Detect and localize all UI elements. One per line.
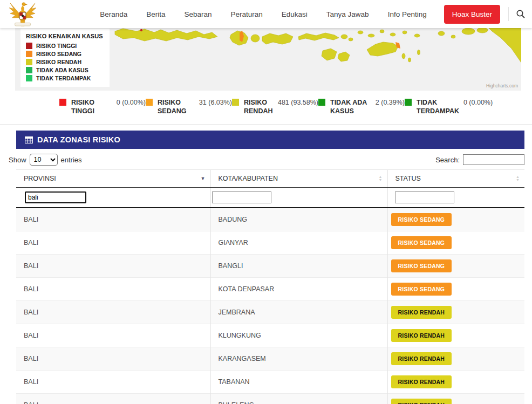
map-legend-item: RISIKO SEDANG bbox=[26, 51, 103, 57]
section-title: DATA ZONASI RISIKO bbox=[37, 135, 120, 144]
status-badge: RISIKO SEDANG bbox=[391, 236, 452, 249]
nav-item-beranda[interactable]: Beranda bbox=[100, 10, 127, 18]
zonasi-table: PROVINSI▼KOTA/KABUPATEN▲▼STATUS▲▼ BALIBA… bbox=[16, 169, 524, 404]
stat-label: TIDAK ADA KASUS bbox=[330, 98, 371, 115]
status-badge: RISIKO RENDAH bbox=[391, 375, 452, 388]
stat-value: 2 (0.39%) bbox=[376, 98, 405, 107]
stat-label: TIDAK TERDAMPAK bbox=[417, 98, 459, 115]
cell-kota: KOTA DENPASAR bbox=[210, 278, 387, 301]
table-search: Search: bbox=[435, 154, 524, 165]
cell-provinsi: BALI bbox=[16, 324, 210, 347]
cell-status: RISIKO SEDANG bbox=[387, 255, 524, 278]
map-legend-item: RISIKO TINGGI bbox=[26, 43, 103, 49]
nav-item-berita[interactable]: Berita bbox=[146, 10, 165, 18]
column-header-kota-kabupaten[interactable]: KOTA/KABUPATEN▲▼ bbox=[210, 170, 387, 188]
stat-swatch bbox=[146, 99, 153, 106]
legend-swatch bbox=[26, 67, 32, 73]
zone-stat-risiko-rendah: RISIKO RENDAH481 (93.58%) bbox=[232, 98, 318, 115]
garuda-pancasila-logo bbox=[8, 1, 38, 28]
filter-cell-kota-kabupaten bbox=[210, 188, 387, 208]
status-badge: RISIKO RENDAH bbox=[391, 399, 452, 404]
zone-stat-tidak-ada-kasus: TIDAK ADA KASUS2 (0.39%) bbox=[318, 98, 405, 115]
column-label: PROVINSI bbox=[24, 175, 56, 182]
column-header-provinsi[interactable]: PROVINSI▼ bbox=[16, 170, 210, 188]
status-badge: RISIKO SEDANG bbox=[391, 213, 452, 226]
nav-item-peraturan[interactable]: Peraturan bbox=[231, 10, 263, 18]
cell-kota: GIANYAR bbox=[210, 231, 387, 255]
top-nav: BerandaBeritaSebaranPeraturanEdukasiTany… bbox=[0, 0, 532, 28]
section-divider bbox=[0, 124, 532, 125]
map-legend-item: TIDAK ADA KASUS bbox=[26, 67, 103, 73]
filter-input-status[interactable] bbox=[395, 191, 454, 203]
stat-swatch bbox=[232, 99, 239, 106]
cell-status: RISIKO SEDANG bbox=[387, 231, 524, 255]
nav-item-sebaran[interactable]: Sebaran bbox=[184, 10, 212, 18]
cell-provinsi: BALI bbox=[16, 301, 210, 324]
table-row: BALIKOTA DENPASARRISIKO SEDANG bbox=[16, 278, 524, 301]
show-label: Show bbox=[9, 156, 26, 164]
table-row: BALIKLUNGKUNGRISIKO RENDAH bbox=[16, 324, 524, 347]
cell-kota: KLUNGKUNG bbox=[210, 324, 387, 347]
cell-provinsi: BALI bbox=[16, 278, 210, 301]
main-menu: BerandaBeritaSebaranPeraturanEdukasiTany… bbox=[100, 10, 427, 18]
filter-input-provinsi[interactable] bbox=[25, 191, 86, 203]
table-row: BALITABANANRISIKO RENDAH bbox=[16, 371, 524, 394]
search-icon[interactable] bbox=[516, 9, 526, 19]
table-filter-row bbox=[16, 188, 524, 208]
cell-status: RISIKO RENDAH bbox=[387, 371, 524, 394]
cell-status: RISIKO RENDAH bbox=[387, 347, 524, 371]
zone-stat-tidak-terdampak: TIDAK TERDAMPAK0 (0.00%) bbox=[405, 98, 491, 115]
nav-item-edukasi[interactable]: Edukasi bbox=[282, 10, 308, 18]
table-search-input[interactable] bbox=[463, 154, 524, 165]
map-legend-item: RISIKO RENDAH bbox=[26, 59, 103, 65]
cell-kota: JEMBRANA bbox=[210, 301, 387, 324]
zone-statistics: RISIKO TINGGI0 (0.00%)RISIKO SEDANG31 (6… bbox=[0, 91, 532, 121]
legend-item-label: RISIKO SEDANG bbox=[36, 51, 81, 57]
stat-label: RISIKO SEDANG bbox=[158, 98, 195, 115]
pancasila-shield bbox=[19, 12, 26, 19]
legend-item-label: TIDAK TERDAMPAK bbox=[36, 75, 91, 81]
map-legend-title: RISIKO KENAIKAN KASUS bbox=[26, 33, 103, 39]
legend-item-label: RISIKO TINGGI bbox=[36, 43, 77, 49]
sort-desc-icon: ▼ bbox=[201, 176, 206, 181]
filter-cell-provinsi bbox=[16, 188, 210, 208]
page-size-select[interactable]: 10 bbox=[30, 154, 58, 166]
column-header-status[interactable]: STATUS▲▼ bbox=[387, 170, 524, 188]
sort-icon: ▲▼ bbox=[516, 175, 520, 182]
legend-item-label: TIDAK ADA KASUS bbox=[36, 67, 88, 73]
hoax-buster-button[interactable]: Hoax Buster bbox=[444, 5, 500, 24]
cell-kota: TABANAN bbox=[210, 371, 387, 394]
filter-input-kota-kabupaten[interactable] bbox=[212, 191, 271, 203]
cell-provinsi: BALI bbox=[16, 371, 210, 394]
nav-divider bbox=[508, 7, 509, 21]
legend-swatch bbox=[26, 59, 32, 65]
sort-icon: ▲▼ bbox=[379, 175, 383, 182]
table-row: BALIBADUNGRISIKO SEDANG bbox=[16, 208, 524, 231]
map-legend-item: TIDAK TERDAMPAK bbox=[26, 75, 103, 81]
column-label: STATUS bbox=[395, 175, 421, 182]
cell-kota: BULELENG bbox=[210, 394, 387, 404]
status-badge: RISIKO SEDANG bbox=[391, 283, 452, 296]
cell-provinsi: BALI bbox=[16, 208, 210, 231]
status-badge: RISIKO RENDAH bbox=[391, 352, 452, 365]
cell-kota: BANGLI bbox=[210, 255, 387, 278]
cell-provinsi: BALI bbox=[16, 231, 210, 255]
stat-swatch bbox=[405, 99, 412, 106]
search-label: Search: bbox=[435, 156, 460, 164]
cell-status: RISIKO RENDAH bbox=[387, 324, 524, 347]
legend-swatch bbox=[26, 51, 32, 57]
cell-status: RISIKO RENDAH bbox=[387, 394, 524, 404]
legend-item-label: RISIKO RENDAH bbox=[36, 59, 81, 65]
stat-swatch bbox=[59, 99, 66, 106]
table-row: BALIGIANYARRISIKO SEDANG bbox=[16, 231, 524, 255]
table-row: BALIBANGLIRISIKO SEDANG bbox=[16, 255, 524, 278]
stat-swatch bbox=[318, 99, 325, 106]
table-row: BALIJEMBRANARISIKO RENDAH bbox=[16, 301, 524, 324]
cell-provinsi: BALI bbox=[16, 394, 210, 404]
highcharts-credit[interactable]: Highcharts.com bbox=[486, 83, 518, 88]
nav-item-info-penting[interactable]: Info Penting bbox=[388, 10, 427, 18]
nav-item-tanya-jawab[interactable]: Tanya Jawab bbox=[326, 10, 369, 18]
cell-provinsi: BALI bbox=[16, 255, 210, 278]
table-row: BALIKARANGASEMRISIKO RENDAH bbox=[16, 347, 524, 371]
cell-kota: KARANGASEM bbox=[210, 347, 387, 371]
